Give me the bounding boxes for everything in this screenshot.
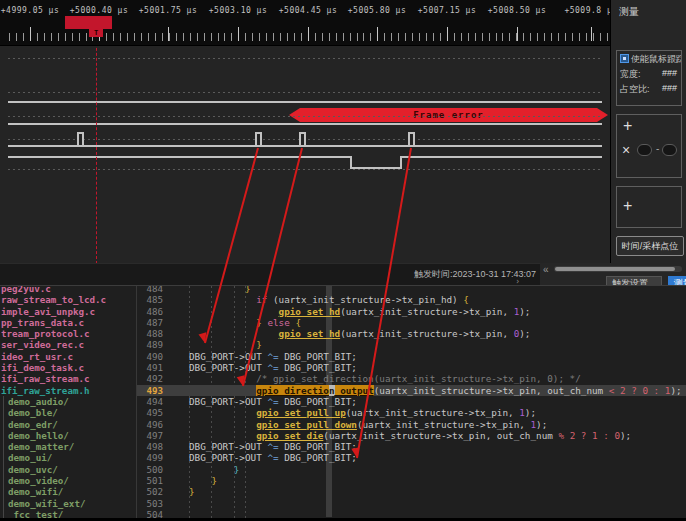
scroll-left-icon[interactable]: «	[543, 264, 549, 275]
minor-tick	[44, 33, 45, 41]
range-from-input[interactable]	[637, 144, 652, 156]
code-token: DBG_PORT_BIT;	[279, 351, 357, 362]
line-number: 497	[137, 430, 163, 441]
file-list-item[interactable]: ifi_demo_task.c	[1, 362, 84, 373]
code-line[interactable]: if (uartx_init_structure->tx_pin_hd) {	[189, 294, 469, 305]
file-list-item[interactable]: demo_ui/	[3, 452, 52, 463]
editor-row[interactable]: demo_wifi/502}	[0, 486, 686, 497]
editor-row[interactable]: demo_audio/494DBG_PORT->OUT ^= DBG_PORT_…	[0, 396, 686, 407]
minor-tick	[204, 33, 205, 41]
code-line[interactable]: gpio_set_pull_up(uartx_init_structure->t…	[189, 407, 536, 418]
code-line[interactable]: gpio_set_pull_down(uartx_init_structure-…	[189, 419, 547, 430]
mouse-track-row[interactable]: 使能鼠标跟踪	[617, 51, 681, 66]
mouse-track-checkbox[interactable]	[620, 54, 629, 63]
major-tick	[30, 27, 31, 41]
minor-tick	[58, 33, 59, 41]
file-list-item[interactable]: demo_ble/	[3, 407, 58, 418]
major-tick	[168, 27, 169, 41]
editor-rows: peg2yuv.c484 }raw_stream_to_lcd.c485 if …	[0, 285, 686, 520]
multiply-button[interactable]: ×	[622, 142, 630, 158]
code-line[interactable]: }	[189, 475, 217, 486]
code-line[interactable]: gpio_set_hd(uartx_init_structure->tx_pin…	[189, 328, 530, 339]
file-list-item[interactable]: demo_hello/	[3, 430, 69, 441]
duty-value: ###	[662, 83, 677, 93]
editor-row[interactable]: peg2yuv.c484 }	[0, 285, 686, 294]
code-line[interactable]: gpio_set_hd(uartx_init_structure->tx_pin…	[189, 306, 530, 317]
code-line[interactable]: }	[189, 486, 195, 497]
file-list-item[interactable]: tream_protocol.c	[1, 328, 90, 339]
channel-1-trace	[8, 101, 602, 103]
editor-row[interactable]: ifi_demo_task.c491DBG_PORT->OUT ^= DBG_P…	[0, 362, 686, 373]
code-line[interactable]: gpio_set_die(uartx_init_structure->tx_pi…	[189, 430, 631, 441]
code-token: DBG_PORT->OUT	[189, 441, 267, 452]
trigger-marker[interactable]: T	[89, 29, 103, 37]
editor-row[interactable]: pp_trans_data.c487 } else {	[0, 317, 686, 328]
file-list-item[interactable]: ifi_raw_stream.h	[1, 385, 90, 396]
minor-tick	[65, 33, 66, 41]
code-line[interactable]: gpio_direction_output(uartx_init_structu…	[189, 385, 682, 396]
waveform-area[interactable]: Frame error	[0, 45, 610, 263]
code-line[interactable]: }	[189, 285, 251, 294]
code-token	[189, 294, 256, 305]
editor-row[interactable]: demo_matter/498DBG_PORT->OUT ^= DBG_PORT…	[0, 441, 686, 452]
debug-pulse	[255, 132, 262, 145]
code-line[interactable]: } else {	[189, 317, 301, 328]
editor-row[interactable]: ser_video_rec.c489 }	[0, 339, 686, 350]
line-number: 499	[137, 452, 163, 463]
file-list-item[interactable]: demo_wifi/	[3, 486, 63, 497]
editor-row[interactable]: demo_edr/496 gpio_set_pull_down(uartx_in…	[0, 419, 686, 430]
file-list-item[interactable]: imple_avi_unpkg.c	[1, 306, 95, 317]
minor-tick	[273, 33, 274, 41]
minor-tick	[280, 33, 281, 41]
code-token: (uartx_init_structure->tx_pin, out_ch_nu…	[323, 430, 558, 441]
range-to-input[interactable]	[662, 144, 677, 156]
trigger-flag[interactable]	[65, 16, 112, 29]
timeline-ruler[interactable]: +4999.05 μs+5000.40 μs+5001.75 μs+5003.1…	[0, 0, 610, 45]
editor-row[interactable]: demo_hello/497 gpio_set_die(uartx_init_s…	[0, 430, 686, 441]
file-list-item[interactable]: demo_wifi_ext/	[3, 498, 85, 509]
code-line[interactable]: DBG_PORT->OUT ^= DBG_PORT_BIT;	[189, 351, 357, 362]
code-line[interactable]: /* gpio_set_direction(uartx_init_structu…	[189, 373, 581, 384]
code-editor[interactable]: peg2yuv.c484 }raw_stream_to_lcd.c485 if …	[0, 285, 686, 521]
file-list-item[interactable]: pp_trans_data.c	[1, 317, 84, 328]
code-line[interactable]: DBG_PORT->OUT ^= DBG_PORT_BIT;	[189, 396, 357, 407]
file-list-item[interactable]: ser_video_rec.c	[1, 339, 84, 350]
code-token: (uartx_init_structure->tx_pin,	[340, 306, 514, 317]
editor-row[interactable]: raw_stream_to_lcd.c485 if (uartx_init_st…	[0, 294, 686, 305]
code-line[interactable]: }	[189, 339, 262, 350]
minor-tick	[440, 33, 441, 41]
file-list-item[interactable]: demo_video/	[3, 475, 69, 486]
editor-row[interactable]: demo_uvc/500 }	[0, 464, 686, 475]
editor-row[interactable]: demo_ui/499DBG_PORT->OUT ^= DBG_PORT_BIT…	[0, 452, 686, 463]
file-list-item[interactable]: demo_audio/	[3, 396, 69, 407]
minor-tick	[502, 33, 503, 41]
editor-row[interactable]: demo_video/501 }	[0, 475, 686, 486]
editor-row[interactable]: demo_ble/495 gpio_set_pull_up(uartx_init…	[0, 407, 686, 418]
code-line[interactable]: DBG_PORT->OUT ^= DBG_PORT_BIT;	[189, 441, 357, 452]
add-measure-button[interactable]: +	[617, 187, 681, 213]
editor-row[interactable]: demo_wifi_ext/503	[0, 498, 686, 509]
zoom-in-button[interactable]: +	[617, 115, 681, 133]
file-list-item[interactable]: demo_edr/	[3, 419, 58, 430]
editor-row[interactable]: imple_avi_unpkg.c486 gpio_set_hd(uartx_i…	[0, 306, 686, 317]
file-list-item[interactable]: raw_stream_to_lcd.c	[1, 294, 106, 305]
code-line[interactable]: DBG_PORT->OUT ^= DBG_PORT_BIT;	[189, 452, 357, 463]
code-line[interactable]: }	[189, 464, 239, 475]
code-line[interactable]: DBG_PORT->OUT ^= DBG_PORT_BIT;	[189, 362, 357, 373]
channel-3-baseline	[8, 145, 602, 147]
file-list-item[interactable]: peg2yuv.c	[1, 285, 51, 294]
scrollbar-thumb[interactable]	[555, 267, 675, 271]
line-number: 492	[137, 373, 163, 384]
logic-analyzer-window: +4999.05 μs+5000.40 μs+5001.75 μs+5003.1…	[0, 0, 686, 521]
file-list-item[interactable]: demo_uvc/	[3, 464, 58, 475]
editor-row[interactable]: ifi_raw_stream.h493 gpio_direction_outpu…	[0, 385, 686, 396]
time-sample-button[interactable]: 时间/采样点位	[616, 236, 684, 256]
editor-row[interactable]: ifi_raw_stream.c492 /* gpio_set_directio…	[0, 373, 686, 384]
ruler-time-label: +4999.05 μs	[1, 6, 59, 15]
horizontal-scrollbar[interactable]	[554, 266, 682, 272]
file-list-item[interactable]: ideo_rt_usr.c	[1, 351, 73, 362]
file-list-item[interactable]: ifi_raw_stream.c	[1, 373, 90, 384]
file-list-item[interactable]: demo_matter/	[3, 441, 74, 452]
editor-row[interactable]: tream_protocol.c488 gpio_set_hd(uartx_in…	[0, 328, 686, 339]
editor-row[interactable]: ideo_rt_usr.c490DBG_PORT->OUT ^= DBG_POR…	[0, 351, 686, 362]
